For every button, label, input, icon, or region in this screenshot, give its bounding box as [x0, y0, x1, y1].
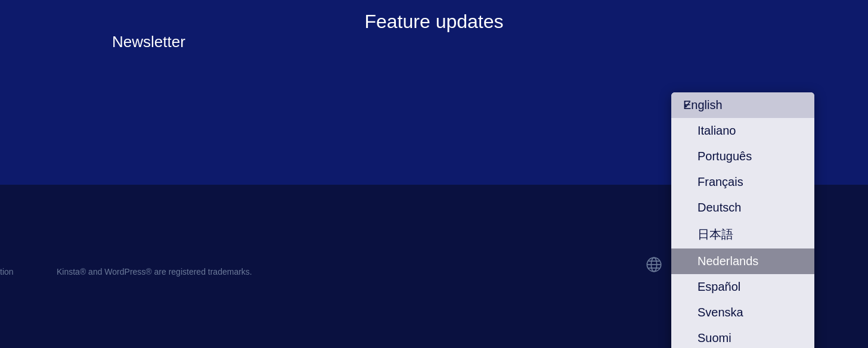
bottom-section: tion Kinsta® and WordPress® are register… — [0, 185, 868, 348]
language-option[interactable]: Português — [671, 144, 814, 169]
trademark-text: Kinsta® and WordPress® are registered tr… — [57, 267, 252, 276]
globe-icon[interactable] — [646, 256, 662, 276]
feature-updates-title: Feature updates — [0, 0, 868, 33]
language-dropdown[interactable]: EnglishItalianoPortuguêsFrançaisDeutsch日… — [671, 92, 814, 348]
language-option[interactable]: Deutsch — [671, 195, 814, 220]
language-option[interactable]: Nederlands — [671, 248, 814, 274]
language-option[interactable]: Español — [671, 274, 814, 300]
language-option[interactable]: Svenska — [671, 300, 814, 325]
language-option[interactable]: Français — [671, 169, 814, 195]
language-option[interactable]: Suomi — [671, 325, 814, 348]
newsletter-label: Newsletter — [112, 33, 185, 51]
footer-left-text: tion — [0, 267, 14, 276]
language-option[interactable]: Italiano — [671, 118, 814, 144]
language-option[interactable]: English — [671, 92, 814, 118]
language-option[interactable]: 日本語 — [671, 220, 814, 248]
